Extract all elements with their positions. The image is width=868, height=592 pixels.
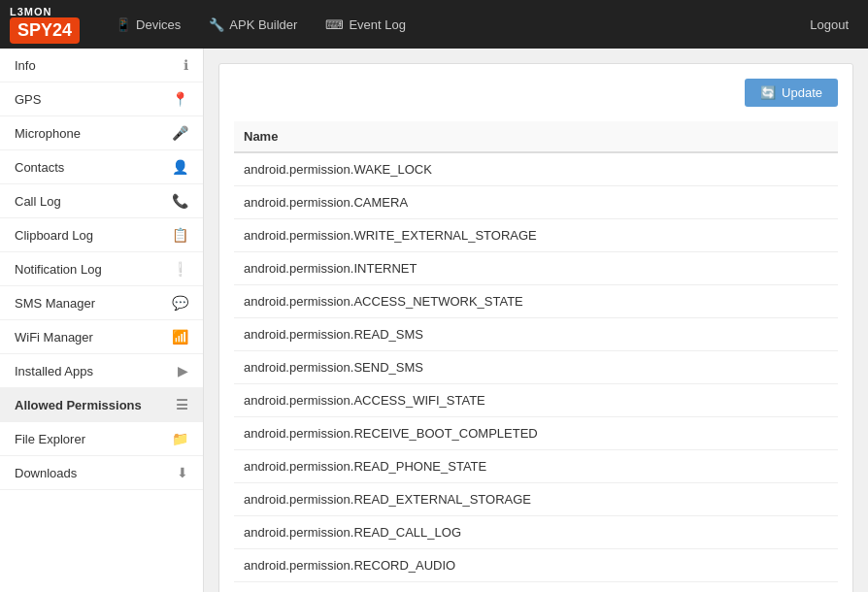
brand-l3mon: L3MON bbox=[10, 6, 52, 17]
downloads-icon: ⬇ bbox=[177, 465, 188, 480]
table-row: android.permission.SEND_SMS bbox=[234, 351, 838, 384]
table-row: android.permission.WAKE_LOCK bbox=[234, 152, 838, 186]
files-icon: 📁 bbox=[172, 431, 188, 446]
apk-icon: 🔧 bbox=[209, 17, 224, 32]
nav-label-apk: APK Builder bbox=[229, 17, 297, 32]
apps-icon: ▶ bbox=[178, 363, 188, 378]
permission-name: android.permission.INTERNET bbox=[234, 252, 838, 285]
table-row: android.permission.READ_CALL_LOG bbox=[234, 516, 838, 549]
permission-name: android.permission.WAKE_LOCK bbox=[234, 152, 838, 186]
sidebar-item-calllog[interactable]: Call Log 📞 bbox=[0, 184, 203, 218]
table-row: android.permission.READ_PHONE_STATE bbox=[234, 450, 838, 483]
nav-label-eventlog: Event Log bbox=[349, 17, 406, 32]
permission-name: android.permission.ACCESS_WIFI_STATE bbox=[234, 384, 838, 417]
sidebar-label-downloads: Downloads bbox=[15, 466, 177, 480]
eventlog-icon: ⌨ bbox=[325, 17, 344, 32]
permission-name: android.permission.READ_CALL_LOG bbox=[234, 516, 838, 549]
gps-icon: 📍 bbox=[172, 91, 188, 107]
table-row: android.permission.RECORD_AUDIO bbox=[234, 549, 838, 582]
sidebar-label-permissions: Allowed Permissions bbox=[15, 398, 176, 412]
table-row: android.permission.ACCESS_WIFI_STATE bbox=[234, 384, 838, 417]
main-content: 🔄 Update Name android.permission.WAKE_LO… bbox=[204, 49, 868, 592]
sidebar-label-microphone: Microphone bbox=[15, 126, 172, 141]
notification-icon: ❕ bbox=[172, 261, 188, 277]
sidebar-label-calllog: Call Log bbox=[15, 194, 172, 209]
table-row: android.permission.ACCESS_NETWORK_STATE bbox=[234, 285, 838, 318]
sidebar-item-microphone[interactable]: Microphone 🎤 bbox=[0, 116, 203, 150]
sidebar-item-contacts[interactable]: Contacts 👤 bbox=[0, 150, 203, 184]
permission-name: android.permission.SEND_SMS bbox=[234, 351, 838, 384]
nav-label-devices: Devices bbox=[136, 17, 181, 32]
card-toolbar: 🔄 Update bbox=[234, 79, 838, 107]
sidebar-label-gps: GPS bbox=[15, 92, 172, 107]
permissions-table: Name android.permission.WAKE_LOCKandroid… bbox=[234, 121, 838, 592]
permissions-card: 🔄 Update Name android.permission.WAKE_LO… bbox=[218, 63, 853, 592]
logout-button[interactable]: Logout bbox=[800, 13, 858, 37]
table-row: android.permission.READ_SMS bbox=[234, 318, 838, 351]
table-row: android.permission.READ_EXTERNAL_STORAGE bbox=[234, 483, 838, 516]
devices-icon: 📱 bbox=[116, 17, 131, 32]
table-row: android.permission.RECEIVE_BOOT_COMPLETE… bbox=[234, 417, 838, 450]
col-name-header: Name bbox=[234, 121, 838, 152]
sidebar: Info ℹ GPS 📍 Microphone 🎤 Contacts 👤 Cal… bbox=[0, 49, 204, 592]
microphone-icon: 🎤 bbox=[172, 125, 188, 141]
permission-name: android.permission.CAMERA bbox=[234, 186, 838, 219]
permissions-icon: ☰ bbox=[176, 397, 188, 412]
sidebar-item-info[interactable]: Info ℹ bbox=[0, 49, 203, 82]
brand-spybox: SPY 24 bbox=[10, 17, 80, 44]
sidebar-item-sms[interactable]: SMS Manager 💬 bbox=[0, 286, 203, 320]
permission-name: android.permission.WRITE_EXTERNAL_STORAG… bbox=[234, 219, 838, 252]
contacts-icon: 👤 bbox=[172, 159, 188, 175]
nav-item-apkbuilder[interactable]: 🔧 APK Builder bbox=[197, 13, 309, 37]
sidebar-item-clipboard[interactable]: Clipboard Log 📋 bbox=[0, 218, 203, 252]
permission-name: android.permission.ACCESS_NETWORK_STATE bbox=[234, 285, 838, 318]
sidebar-label-files: File Explorer bbox=[15, 432, 172, 446]
calllog-icon: 📞 bbox=[172, 193, 188, 209]
permission-name: android.permission.MODIFY_AUDIO_SETTINGS bbox=[234, 582, 838, 593]
sidebar-item-wifi[interactable]: WiFi Manager 📶 bbox=[0, 320, 203, 354]
update-label: Update bbox=[782, 85, 822, 100]
nav-item-devices[interactable]: 📱 Devices bbox=[104, 13, 192, 37]
table-row: android.permission.WRITE_EXTERNAL_STORAG… bbox=[234, 219, 838, 252]
sidebar-label-info: Info bbox=[15, 58, 184, 73]
sidebar-label-notification: Notification Log bbox=[15, 262, 172, 277]
nav-items: 📱 Devices 🔧 APK Builder ⌨ Event Log bbox=[104, 13, 800, 37]
wifi-icon: 📶 bbox=[172, 329, 188, 345]
main-layout: Info ℹ GPS 📍 Microphone 🎤 Contacts 👤 Cal… bbox=[0, 49, 868, 592]
sidebar-label-sms: SMS Manager bbox=[15, 296, 172, 311]
nav-item-eventlog[interactable]: ⌨ Event Log bbox=[314, 13, 417, 37]
update-icon: 🔄 bbox=[760, 85, 776, 100]
sidebar-item-gps[interactable]: GPS 📍 bbox=[0, 82, 203, 116]
brand-spy: SPY bbox=[17, 20, 52, 41]
sidebar-label-contacts: Contacts bbox=[15, 160, 172, 175]
permission-name: android.permission.READ_EXTERNAL_STORAGE bbox=[234, 483, 838, 516]
permission-name: android.permission.RECEIVE_BOOT_COMPLETE… bbox=[234, 417, 838, 450]
sidebar-label-wifi: WiFi Manager bbox=[15, 330, 172, 345]
sidebar-item-notification[interactable]: Notification Log ❕ bbox=[0, 252, 203, 286]
permission-name: android.permission.RECORD_AUDIO bbox=[234, 549, 838, 582]
table-row: android.permission.CAMERA bbox=[234, 186, 838, 219]
brand-24: 24 bbox=[52, 20, 72, 41]
top-nav: L3MON SPY 24 📱 Devices 🔧 APK Builder ⌨ E… bbox=[0, 0, 868, 49]
sidebar-label-clipboard: Clipboard Log bbox=[15, 228, 172, 243]
clipboard-icon: 📋 bbox=[172, 227, 188, 243]
table-row: android.permission.INTERNET bbox=[234, 252, 838, 285]
sidebar-item-apps[interactable]: Installed Apps ▶ bbox=[0, 354, 203, 388]
sms-icon: 💬 bbox=[172, 295, 188, 311]
sidebar-item-downloads[interactable]: Downloads ⬇ bbox=[0, 456, 203, 490]
sidebar-label-apps: Installed Apps bbox=[15, 364, 178, 378]
sidebar-item-files[interactable]: File Explorer 📁 bbox=[0, 422, 203, 456]
update-button[interactable]: 🔄 Update bbox=[745, 79, 838, 107]
permission-name: android.permission.READ_SMS bbox=[234, 318, 838, 351]
table-row: android.permission.MODIFY_AUDIO_SETTINGS bbox=[234, 582, 838, 593]
permission-name: android.permission.READ_PHONE_STATE bbox=[234, 450, 838, 483]
logo: L3MON SPY 24 bbox=[10, 6, 84, 44]
info-icon: ℹ bbox=[184, 57, 188, 73]
sidebar-item-permissions[interactable]: Allowed Permissions ☰ bbox=[0, 388, 203, 422]
